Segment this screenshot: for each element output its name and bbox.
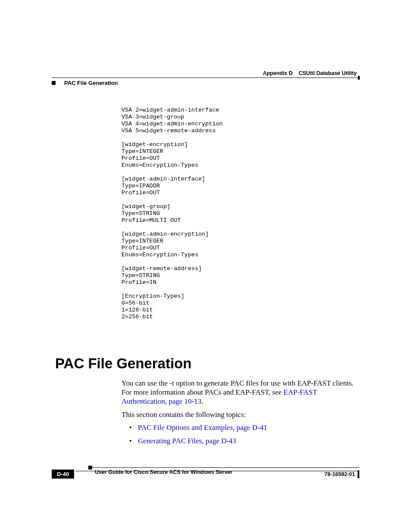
appendix-title: CSUtil Database Utility (299, 70, 357, 76)
section-label: PAC File Generation (64, 80, 118, 86)
paragraph-1: You can use the -t option to generate PA… (121, 379, 355, 406)
header-rule (52, 78, 359, 78)
appendix-label: Appendix D (263, 70, 293, 76)
page-number-badge: D-40 (52, 470, 74, 479)
para1-pre: You can use the -t option to generate PA… (121, 379, 354, 396)
page-footer: User Guide for Cisco Secure ACS for Wind… (52, 467, 359, 487)
bullet-icon: • (129, 436, 138, 445)
doc-id: 78-16592-01 (324, 471, 355, 477)
end-bar-icon (358, 470, 359, 478)
page-header: Appendix D CSUtil Database Utility PAC F… (52, 70, 359, 86)
list-item: • Generating PAC Files, page D-43 (129, 436, 355, 445)
main-heading: PAC File Generation (55, 355, 192, 372)
bullet-icon: • (129, 423, 138, 432)
appendix-line: Appendix D CSUtil Database Utility (52, 70, 359, 76)
footer-rule (90, 467, 359, 468)
link-generating-pac[interactable]: Generating PAC Files, page D-43 (138, 436, 236, 445)
code-block: VSA 2=widget-admin-interface VSA 3=widge… (121, 107, 223, 320)
link-pac-options[interactable]: PAC File Options and Examples, page D-41 (138, 423, 267, 432)
bullet-list: • PAC File Options and Examples, page D-… (129, 423, 355, 450)
section-label-row: PAC File Generation (52, 80, 359, 86)
doc-id-wrap: 78-16592-01 (324, 470, 359, 478)
paragraph-2: This section contains the following topi… (121, 410, 355, 419)
para1-post: . (202, 397, 203, 405)
square-icon (52, 81, 56, 85)
list-item: • PAC File Options and Examples, page D-… (129, 423, 355, 432)
